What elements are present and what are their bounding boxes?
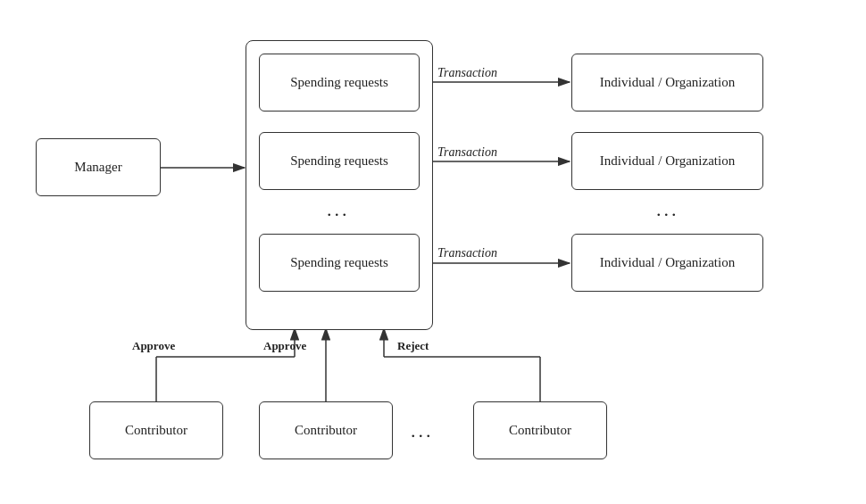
approve-2-text: Approve (263, 339, 306, 352)
transaction-label-1: Transaction (437, 66, 497, 80)
spending-request-1-label: Spending requests (290, 75, 388, 90)
spending-request-3: Spending requests (259, 234, 420, 292)
individual-org-1-label: Individual / Organization (600, 75, 735, 90)
reject-text: Reject (397, 339, 429, 352)
contributor-1: Contributor (89, 401, 223, 459)
approve-label-1: Approve (132, 339, 175, 353)
contributor-1-label: Contributor (125, 423, 187, 438)
individual-org-1: Individual / Organization (571, 54, 763, 112)
approve-1-text: Approve (132, 339, 175, 352)
spending-request-2-label: Spending requests (290, 153, 388, 169)
transaction-3-text: Transaction (437, 246, 497, 260)
reject-label: Reject (397, 339, 429, 353)
dots-contributors-label: ... (411, 419, 434, 442)
contributor-2: Contributor (259, 401, 393, 459)
individual-org-2-label: Individual / Organization (600, 153, 735, 169)
manager-label: Manager (74, 160, 121, 175)
individual-org-dots: ... (656, 198, 679, 221)
individual-org-2: Individual / Organization (571, 132, 763, 190)
spending-requests-dots: ... (327, 198, 350, 221)
manager-box: Manager (36, 138, 161, 196)
approve-label-2: Approve (263, 339, 306, 353)
contributor-3-label: Contributor (509, 423, 571, 438)
diagram: Spending requests Spending requests Spen… (0, 0, 866, 504)
transaction-2-text: Transaction (437, 145, 497, 159)
contributor-2-label: Contributor (295, 423, 357, 438)
transaction-label-2: Transaction (437, 145, 497, 160)
contributor-3: Contributor (473, 401, 607, 459)
contributors-dots: ... (411, 419, 434, 442)
individual-org-3: Individual / Organization (571, 234, 763, 292)
spending-request-3-label: Spending requests (290, 255, 388, 270)
spending-request-1: Spending requests (259, 54, 420, 112)
transaction-label-3: Transaction (437, 246, 497, 260)
dots-right-label: ... (656, 198, 679, 220)
individual-org-3-label: Individual / Organization (600, 255, 735, 270)
transaction-1-text: Transaction (437, 66, 497, 79)
spending-request-2: Spending requests (259, 132, 420, 190)
dots-middle-label: ... (327, 198, 350, 220)
